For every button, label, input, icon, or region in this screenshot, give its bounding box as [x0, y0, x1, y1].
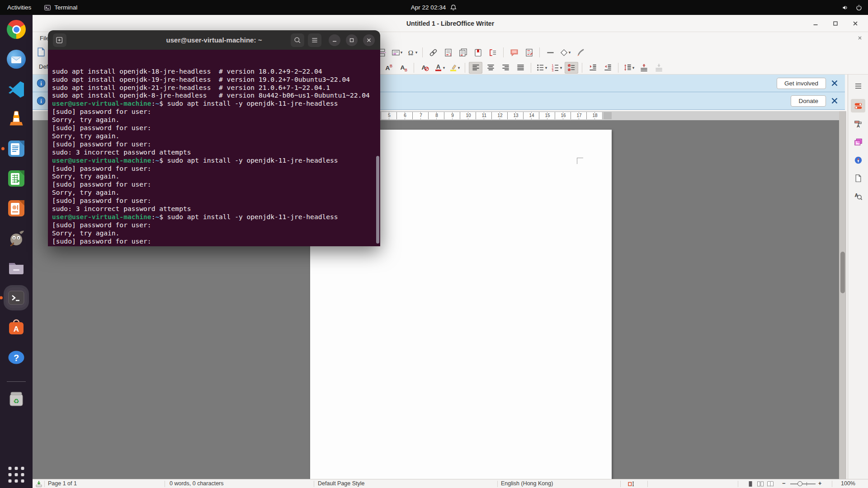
superscript-button[interactable]: AB	[382, 62, 395, 74]
dock-item-gimp[interactable]	[6, 228, 27, 249]
scrollbar-thumb[interactable]	[840, 252, 845, 293]
multi-page-view-icon[interactable]	[757, 480, 764, 488]
hyperlink-button[interactable]	[426, 46, 440, 59]
text-language[interactable]: English (Hong Kong)	[501, 479, 553, 488]
dropdown-arrow-icon[interactable]: ▾	[632, 66, 635, 70]
dock-item-help[interactable]: ?	[6, 347, 27, 368]
dock-item-trash[interactable]: ♻	[6, 389, 27, 409]
increase-paragraph-spacing-button[interactable]	[637, 62, 651, 74]
footnote-button[interactable]: 1	[441, 46, 455, 59]
single-page-view-icon[interactable]	[747, 480, 754, 488]
dock-item-impress[interactable]	[6, 198, 27, 219]
dropdown-arrow-icon[interactable]: ▾	[569, 50, 571, 55]
show-applications-button[interactable]	[9, 467, 24, 483]
sidebar-tab-navigator[interactable]	[851, 153, 865, 167]
text-box-button[interactable]: ▾	[390, 46, 404, 59]
terminal-line: user@user-virtual-machine:~$ sudo apt in…	[52, 213, 380, 221]
unordered-list-button[interactable]: ▾	[535, 62, 548, 74]
dropdown-arrow-icon[interactable]: ▾	[415, 50, 418, 55]
dock-item-chrome[interactable]	[6, 19, 27, 40]
vertical-scrollbar[interactable]	[839, 111, 846, 479]
dock-item-vscode[interactable]	[6, 79, 27, 99]
terminal-titlebar[interactable]: user@user-virtual-machine: ~	[48, 30, 380, 50]
dock-item-terminal[interactable]	[6, 287, 27, 308]
dock-item-files[interactable]	[6, 258, 27, 278]
dropdown-arrow-icon[interactable]: ▾	[545, 66, 547, 70]
endnote-button[interactable]	[456, 46, 470, 59]
ordered-list-button[interactable]: 1.2.3.▾	[550, 62, 563, 74]
basic-shapes-button[interactable]: ▾	[558, 46, 572, 59]
new-document-icon[interactable]	[36, 47, 46, 57]
toolbar-separator	[503, 47, 504, 57]
align-left-button[interactable]	[469, 62, 482, 74]
clear-formatting-button[interactable]: A	[418, 62, 431, 74]
paragraph-style-combobox[interactable]: Def	[39, 63, 48, 70]
maximize-button[interactable]	[830, 18, 841, 29]
terminal-screen[interactable]: sudo apt install openjdk-18-jre-headless…	[48, 50, 380, 246]
special-character-button[interactable]: Ω▾	[405, 46, 419, 59]
dock-item-writer[interactable]	[6, 138, 27, 159]
zoom-out-button[interactable]: −	[782, 479, 785, 488]
dock-item-software[interactable]: A	[6, 317, 27, 338]
page-count[interactable]: Page 1 of 1	[48, 479, 77, 488]
font-color-button[interactable]: A▾	[433, 62, 446, 74]
line-spacing-button[interactable]: ▾	[622, 62, 636, 74]
system-status-menu[interactable]	[842, 0, 863, 15]
align-center-button[interactable]	[484, 62, 497, 74]
terminal-scrollbar-thumb[interactable]	[376, 156, 379, 244]
dropdown-arrow-icon[interactable]: ▾	[560, 66, 562, 70]
search-button[interactable]	[291, 33, 304, 47]
terminal-maximize-button[interactable]	[346, 34, 358, 46]
dropdown-arrow-icon[interactable]: ▾	[443, 66, 445, 70]
dock-item-thunderbird[interactable]	[6, 49, 27, 70]
dock-item-vlc[interactable]	[6, 108, 27, 129]
sidebar-tab-styles[interactable]: A	[851, 117, 865, 131]
align-right-button[interactable]	[499, 62, 512, 74]
clock-menu[interactable]: Apr 22 02:34	[411, 0, 457, 15]
zoom-level[interactable]: 100%	[841, 479, 855, 488]
get-involved-button[interactable]: Get involved	[777, 78, 826, 89]
save-status-icon[interactable]	[35, 480, 42, 488]
book-view-icon[interactable]	[767, 480, 774, 488]
comment-button[interactable]	[507, 46, 521, 59]
dock-item-calc[interactable]	[6, 168, 27, 189]
track-changes-button[interactable]	[522, 46, 536, 59]
infobar-close-button[interactable]	[830, 96, 840, 106]
close-button[interactable]	[850, 18, 861, 29]
freeform-line-button[interactable]	[573, 46, 587, 59]
word-count[interactable]: 0 words, 0 characters	[170, 479, 224, 488]
decrease-indent-button[interactable]	[601, 62, 614, 74]
sidebar-tab-gallery[interactable]	[851, 135, 865, 149]
terminal-close-button[interactable]	[363, 34, 375, 46]
increase-indent-button[interactable]	[586, 62, 599, 74]
donate-button[interactable]: Donate	[791, 95, 826, 107]
dropdown-arrow-icon[interactable]: ▾	[401, 50, 403, 55]
sidebar-tab-properties[interactable]	[851, 99, 865, 113]
document-close-button[interactable]	[856, 34, 863, 42]
zoom-slider-thumb[interactable]	[797, 481, 802, 486]
sidebar-tab-page[interactable]	[851, 171, 865, 185]
menu-button[interactable]	[308, 33, 321, 47]
activities-button[interactable]: Activities	[7, 4, 31, 11]
decrease-paragraph-spacing-button[interactable]	[652, 62, 665, 74]
highlight-color-button[interactable]: ▾	[448, 62, 461, 74]
cross-reference-button[interactable]	[486, 46, 500, 59]
bookmark-button[interactable]	[471, 46, 485, 59]
sidebar-tab-menu[interactable]	[851, 79, 865, 93]
focused-app-indicator[interactable]: Terminal	[44, 4, 77, 11]
horizontal-line-button[interactable]	[543, 46, 557, 59]
page-style[interactable]: Default Page Style	[318, 479, 365, 488]
insert-mode-icon[interactable]	[627, 480, 635, 488]
zoom-slider-track[interactable]	[790, 483, 816, 484]
justify-button[interactable]	[514, 62, 527, 74]
dropdown-arrow-icon[interactable]: ▾	[458, 66, 460, 70]
terminal-minimize-button[interactable]	[329, 34, 340, 46]
zoom-in-button[interactable]: +	[818, 479, 821, 488]
infobar-close-button[interactable]	[830, 78, 840, 88]
minimize-button[interactable]	[810, 18, 821, 29]
writer-titlebar[interactable]: Untitled 1 - LibreOffice Writer	[33, 15, 868, 32]
bookmark-icon	[474, 48, 482, 57]
sidebar-tab-inspector[interactable]: A	[851, 189, 865, 203]
no-list-button[interactable]	[565, 62, 578, 74]
subscript-button[interactable]: AB	[396, 62, 410, 74]
